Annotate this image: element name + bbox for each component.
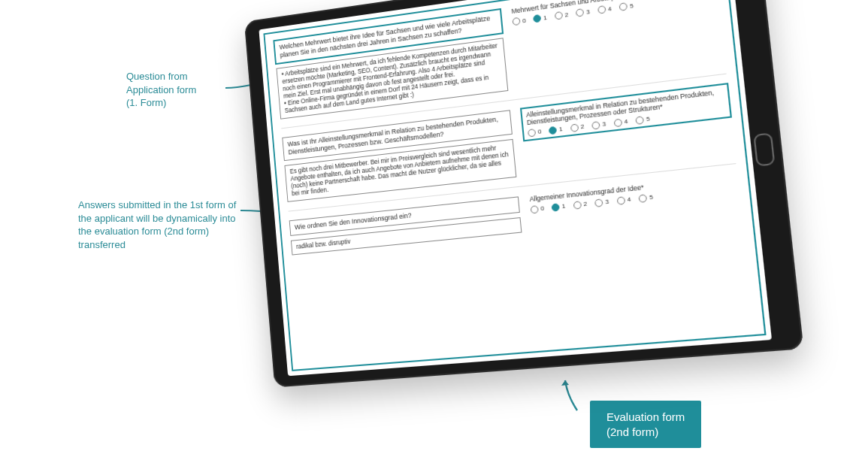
rating-option[interactable]: 0: [512, 17, 526, 26]
rating-number: 2: [580, 123, 585, 131]
rating-number: 1: [559, 126, 564, 133]
radio-icon: [573, 201, 581, 209]
rating-option[interactable]: 3: [591, 120, 606, 129]
rating-number: 3: [602, 121, 606, 129]
radio-icon: [549, 126, 557, 135]
rating-number: 1: [561, 203, 566, 210]
evaluation-form-body: Welchen Mehrwert bietet ihre Idee für Sa…: [268, 0, 761, 366]
rating-option[interactable]: 4: [616, 195, 631, 204]
rating-option[interactable]: 2: [570, 123, 585, 132]
rating-number: 3: [586, 8, 591, 15]
diagram-canvas: Question fromApplication form(1. Form) A…: [0, 0, 868, 451]
rating-number: 2: [583, 201, 588, 208]
rating-number: 5: [646, 116, 650, 123]
radio-icon: [613, 119, 622, 128]
rating-option[interactable]: 4: [597, 5, 612, 14]
rating-option[interactable]: 2: [573, 200, 587, 209]
rating-option[interactable]: 5: [639, 193, 654, 202]
tablet-screen: Welchen Mehrwert bietet ihre Idee für Sa…: [259, 0, 772, 376]
rating-option[interactable]: 0: [528, 128, 542, 137]
radio-icon: [597, 5, 606, 14]
radio-icon: [570, 123, 579, 132]
rating-option[interactable]: 1: [533, 14, 547, 23]
rating-option[interactable]: 4: [613, 118, 628, 128]
radio-icon: [619, 2, 628, 11]
rating-option[interactable]: 1: [549, 126, 563, 135]
radio-icon: [639, 194, 648, 203]
form-right-column: Allgemeiner Innovationsgrad der Idee*012…: [529, 174, 739, 214]
radio-icon: [616, 196, 625, 205]
rating-block: Alleinstellungsmerkmal in Relation zu be…: [521, 83, 731, 141]
evaluation-form-outline: Welchen Mehrwert bietet ihre Idee für Sa…: [263, 0, 766, 371]
rating-block: Mehrwert für Sachsen und Arbeitsplatzsch…: [511, 0, 718, 26]
radio-icon: [594, 198, 603, 207]
rating-number: 5: [630, 2, 634, 10]
rating-number: 2: [564, 11, 569, 18]
rating-option[interactable]: 5: [619, 2, 634, 11]
radio-icon: [530, 205, 538, 213]
radio-icon: [512, 17, 520, 26]
radio-icon: [591, 121, 600, 130]
radio-icon: [528, 129, 536, 137]
rating-option[interactable]: 3: [576, 8, 590, 17]
radio-icon: [533, 14, 541, 23]
rating-option[interactable]: 0: [530, 204, 544, 213]
rating-number: 1: [543, 14, 547, 21]
radio-icon: [552, 203, 560, 211]
form-right-column: Alleinstellungsmerkmal in Relation zu be…: [521, 83, 731, 141]
radio-icon: [636, 116, 645, 125]
tablet-device: Welchen Mehrwert bietet ihre Idee für Sa…: [244, 0, 804, 388]
rating-number: 3: [605, 198, 609, 206]
rating-number: 0: [522, 17, 526, 24]
rating-number: 4: [624, 118, 628, 126]
annotation-answers-transferred: Answers submitted in the 1st form of the…: [78, 198, 243, 251]
rating-number: 0: [537, 129, 541, 136]
form-left-column: Wie ordnen Sie den Innovationsgrad ein?r…: [289, 196, 522, 255]
rating-number: 4: [627, 196, 631, 204]
rating-option[interactable]: 2: [555, 11, 569, 20]
radio-icon: [555, 11, 563, 20]
rating-number: 4: [607, 5, 612, 13]
tablet-perspective-stage: Welchen Mehrwert bietet ihre Idee für Sa…: [259, 15, 770, 391]
badge-evaluation-form: Evaluation form(2nd form): [590, 401, 701, 448]
form-left-column: Welchen Mehrwert bietet ihre Idee für Sa…: [274, 9, 508, 120]
tablet-home-button: [753, 132, 775, 166]
form-right-column: Mehrwert für Sachsen und Arbeitsplatzsch…: [511, 0, 718, 26]
rating-option[interactable]: 3: [594, 198, 609, 207]
rating-block: Allgemeiner Innovationsgrad der Idee*012…: [529, 174, 739, 214]
rating-option[interactable]: 1: [552, 202, 566, 211]
rating-option[interactable]: 5: [636, 115, 651, 125]
rating-number: 0: [540, 205, 545, 213]
rating-number: 5: [649, 194, 654, 201]
radio-icon: [576, 8, 584, 17]
